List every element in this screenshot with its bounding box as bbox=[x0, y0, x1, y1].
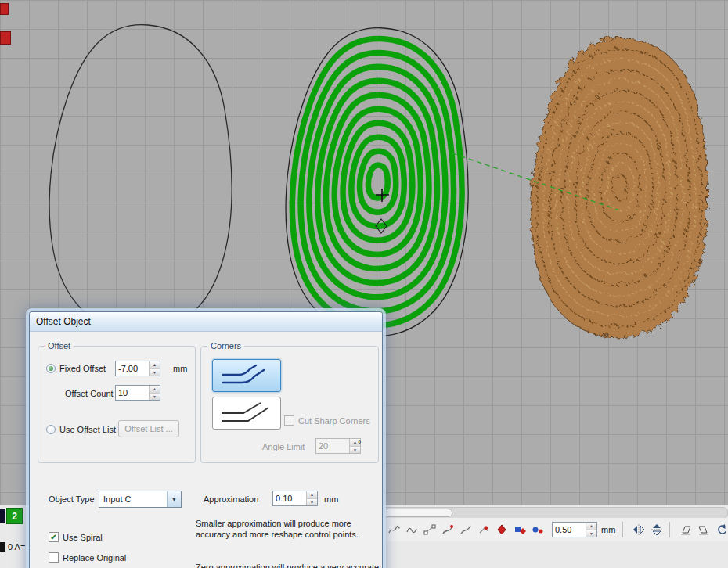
round-corner-icon bbox=[218, 364, 275, 387]
approximation-input-group: ▲ ▼ bbox=[272, 491, 318, 506]
bottom-toolbar: ▲ ▼ mm bbox=[380, 518, 728, 541]
approximation-note: Smaller approximation will produce more … bbox=[196, 518, 373, 541]
offset-list-button-label: Offset List ... bbox=[124, 424, 173, 433]
status-color-chip bbox=[0, 542, 5, 552]
scrollbar-thumb[interactable] bbox=[384, 509, 452, 517]
palette-color-current-badge[interactable]: 2 bbox=[6, 508, 23, 524]
cut-sharp-corners-label: Cut Sharp Corners bbox=[298, 416, 370, 426]
zero-approximation-note: Zero approximation will produce a very a… bbox=[196, 562, 382, 568]
stitch-mark-icon[interactable] bbox=[439, 522, 456, 538]
fixed-offset-input-group: ▲ ▼ bbox=[115, 361, 160, 376]
use-offset-list-radio[interactable]: Use Offset List bbox=[46, 425, 116, 434]
corner-mark-icon[interactable] bbox=[475, 522, 492, 538]
stitch-width-input[interactable] bbox=[553, 523, 586, 537]
offset-count-spinner: ▲ ▼ bbox=[149, 386, 160, 400]
replace-original-checkbox[interactable]: Replace Original bbox=[49, 552, 126, 563]
offset-list-button[interactable]: Offset List ... bbox=[118, 420, 179, 437]
dialog-frame: Offset Object Offset Fixed Offset ▲ ▼ bbox=[29, 311, 383, 568]
offset-count-input-group: ▲ ▼ bbox=[115, 385, 160, 401]
dot-pair-icon[interactable] bbox=[529, 522, 546, 538]
corners-group-label: Corners bbox=[207, 341, 244, 351]
offset-spiral-shape[interactable] bbox=[286, 28, 468, 336]
mirror-vertical-icon[interactable] bbox=[648, 522, 665, 538]
fixed-offset-input[interactable] bbox=[116, 361, 149, 376]
skew-right-icon[interactable] bbox=[695, 522, 712, 538]
wave-tool-icon[interactable] bbox=[403, 522, 420, 538]
spin-up-icon[interactable]: ▲ bbox=[150, 361, 160, 369]
fixed-offset-spinner: ▲ ▼ bbox=[149, 361, 160, 376]
checkbox-unchecked-icon[interactable] bbox=[49, 552, 59, 563]
dialog-body: Offset Fixed Offset ▲ ▼ mm Offset Count bbox=[30, 332, 382, 568]
spin-down-icon[interactable]: ▼ bbox=[586, 530, 596, 537]
angle-limit-input[interactable] bbox=[316, 439, 349, 453]
chevron-down-icon[interactable]: ▼ bbox=[167, 491, 181, 507]
fixed-offset-label: Fixed Offset bbox=[59, 364, 106, 373]
radio-selected-icon[interactable] bbox=[46, 364, 56, 373]
corners-group: Corners bbox=[200, 346, 379, 463]
radio-unselected-icon[interactable] bbox=[46, 425, 56, 434]
offset-group-label: Offset bbox=[45, 341, 74, 351]
object-type-dropdown[interactable]: Input C ▼ bbox=[99, 491, 182, 508]
spin-up-icon[interactable]: ▲ bbox=[586, 523, 596, 530]
use-spiral-label: Use Spiral bbox=[63, 533, 103, 542]
toolbar-separator bbox=[622, 522, 625, 537]
fixed-offset-unit: mm bbox=[173, 364, 187, 373]
use-offset-list-label: Use Offset List bbox=[59, 425, 116, 434]
skew-left-icon[interactable] bbox=[677, 522, 694, 538]
approximation-unit: mm bbox=[324, 494, 338, 504]
palette-color-dark[interactable] bbox=[0, 509, 5, 523]
offset-count-input[interactable] bbox=[116, 386, 149, 400]
stitch-fill-shape[interactable] bbox=[529, 37, 706, 336]
offset-count-label: Offset Count bbox=[65, 389, 114, 398]
mirror-horizontal-icon[interactable] bbox=[630, 522, 647, 538]
round-corner-button[interactable] bbox=[212, 359, 281, 392]
spin-down-icon[interactable]: ▼ bbox=[307, 499, 317, 506]
spin-down-icon[interactable]: ▼ bbox=[150, 369, 160, 376]
cut-sharp-corners-checkbox[interactable]: Cut Sharp Corners bbox=[284, 415, 370, 426]
offset-object-dialog: Offset Object Offset Fixed Offset ▲ ▼ bbox=[26, 308, 386, 568]
angle-limit-unit: ° bbox=[358, 439, 361, 448]
docked-red-tool-icon[interactable] bbox=[0, 31, 11, 45]
stitch-width-spinner: ▲ ▼ bbox=[586, 523, 596, 537]
approximation-input[interactable] bbox=[273, 491, 306, 505]
checkbox-checked-icon[interactable]: ✔ bbox=[49, 532, 59, 542]
blue-square-red-diamond-icon[interactable] bbox=[511, 522, 528, 538]
checkbox-unchecked-icon[interactable] bbox=[284, 415, 294, 426]
sharp-corner-button[interactable] bbox=[212, 397, 281, 430]
object-type-value: Input C bbox=[99, 494, 167, 504]
angle-limit-label: Angle Limit bbox=[262, 442, 305, 451]
curve-tool-icon[interactable] bbox=[457, 522, 474, 538]
spin-up-icon[interactable]: ▲ bbox=[307, 491, 317, 499]
stitch-width-unit: mm bbox=[601, 525, 615, 534]
horizontal-scrollbar[interactable] bbox=[380, 507, 728, 519]
application-window: ▲ ▼ mm 2 0 A=-14 bbox=[0, 0, 728, 568]
replace-original-label: Replace Original bbox=[63, 553, 126, 563]
approximation-label: Approximation bbox=[204, 494, 258, 504]
dialog-titlebar[interactable]: Offset Object bbox=[30, 312, 382, 332]
spin-up-icon[interactable]: ▲ bbox=[150, 386, 160, 394]
fixed-offset-radio[interactable]: Fixed Offset bbox=[46, 364, 106, 373]
docked-red-tool-icon[interactable] bbox=[0, 3, 9, 15]
spin-down-icon[interactable]: ▼ bbox=[150, 394, 160, 401]
stitch-width-input-group: ▲ ▼ bbox=[552, 522, 597, 537]
contour-tool-icon[interactable] bbox=[385, 522, 402, 538]
outline-shape[interactable] bbox=[49, 25, 232, 333]
sharp-corner-icon bbox=[218, 401, 275, 425]
node-edit-icon[interactable] bbox=[421, 522, 438, 538]
offset-group: Offset Fixed Offset ▲ ▼ mm Offset Count bbox=[38, 346, 196, 463]
approximation-spinner: ▲ ▼ bbox=[306, 491, 317, 505]
dialog-title: Offset Object bbox=[30, 316, 91, 327]
rotate-ccw-icon[interactable] bbox=[713, 522, 728, 538]
red-diamond-icon[interactable] bbox=[493, 522, 510, 538]
angle-limit-input-group: ▲ ▼ bbox=[315, 438, 361, 454]
object-type-label: Object Type bbox=[49, 494, 95, 504]
use-spiral-checkbox[interactable]: ✔ Use Spiral bbox=[49, 532, 103, 542]
toolbar-separator bbox=[669, 522, 672, 537]
